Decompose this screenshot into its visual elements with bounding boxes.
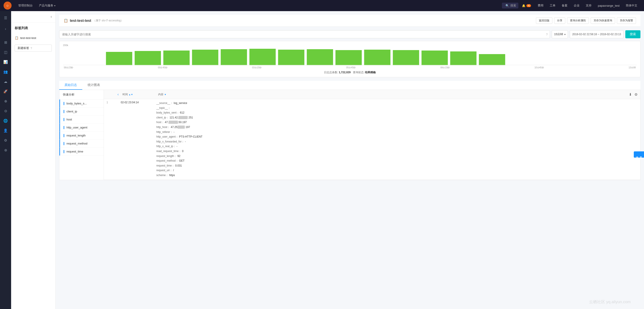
chart-area: 200k 58分23秒	[59, 41, 640, 77]
qa-item-0[interactable]: body_bytes_s...	[59, 100, 104, 108]
log-field-5: http_host： 47.25███ 197	[156, 125, 638, 130]
svg-rect-12	[450, 52, 476, 65]
layers-icon[interactable]: ⊕	[1, 97, 10, 106]
chart-icon[interactable]: 📊	[1, 58, 10, 66]
help-circle-icon: ?	[30, 47, 32, 50]
chart-x-labels: 58分23秒 00分45秒 03分15秒 05分45秒 08分15秒 10分45…	[63, 66, 637, 69]
search-button[interactable]: 搜索	[625, 30, 640, 38]
log-field-4: host： 47.████.50.197	[156, 120, 638, 125]
chevron-down-icon: ▾	[564, 33, 566, 36]
svg-rect-0	[106, 52, 132, 65]
datetime-range[interactable]: 2018-02-02 22:58:16 ~ 2018-02-02 23:13	[570, 30, 624, 38]
log-field-15: scheme： https	[156, 173, 638, 178]
nav-filing[interactable]: 备案	[558, 0, 570, 11]
log-field-10: read_request_time： 0	[156, 149, 638, 154]
nav-language[interactable]: 简体中文	[623, 0, 640, 11]
page-title: test-test-test	[70, 19, 91, 23]
table-actions: ⬇ ⚙	[629, 92, 638, 97]
left-icon-sidebar: ☰ ‹ ⊞ ◫ 📊 👥 ☁ 🚀 ⊕ ⊝ 🌐 👤 ⚙ ⊛	[0, 11, 11, 309]
back-to-old-btn[interactable]: 返回旧版	[536, 17, 552, 24]
tab-stat-chart[interactable]: 统计图表	[82, 81, 106, 90]
feedback-button[interactable]: 意见建议	[634, 151, 644, 158]
svg-rect-13	[479, 54, 505, 65]
save-alert-btn[interactable]: 另存为报警	[617, 17, 636, 24]
col-content-header: 内容 ▼	[158, 93, 629, 96]
users-icon[interactable]: 👥	[1, 67, 10, 76]
nav-workorder[interactable]: 工单	[546, 0, 558, 11]
search-input-wrap: ?	[59, 30, 550, 38]
page-header: 📋 test-test-test （属于 sls-l7-accesslog） 返…	[59, 15, 640, 27]
nav-enterprise[interactable]: 企业	[570, 0, 582, 11]
qa-item-1[interactable]: client_ip	[59, 108, 104, 116]
svg-rect-8	[336, 50, 362, 65]
quick-analysis-title: 快速分析	[59, 90, 104, 100]
download-icon[interactable]: ⬇	[629, 92, 632, 97]
qa-item-3[interactable]: http_user_agent	[59, 124, 104, 132]
sidebar-back-button[interactable]: ‹	[51, 15, 52, 19]
log-field-12: request_method： GET	[156, 159, 638, 163]
col-time-header: 时间 ▲▼	[122, 93, 158, 96]
home-icon[interactable]: ⊞	[1, 38, 10, 47]
log-row-time: 02-02 23:04:14	[121, 101, 156, 104]
share-btn[interactable]: 分享	[554, 17, 565, 24]
nav-products-services[interactable]: 产品与服务 ▾	[36, 0, 58, 11]
log-field-13: request_time： 0.031	[156, 163, 638, 168]
sidebar-tag-item[interactable]: 📋 test-test-test	[11, 34, 55, 42]
nav-management-console[interactable]: 管理控制台	[15, 0, 36, 11]
cloud-icon[interactable]: ☁	[1, 77, 10, 86]
svg-rect-3	[192, 50, 218, 65]
bell-icon: 🔔	[522, 4, 526, 7]
svg-rect-6	[278, 50, 304, 65]
search-bar-row: ? 15分钟 ▾ 2018-02-02 22:58:16 ~ 2018-02-0…	[59, 30, 640, 38]
top-navigation: ○ 管理控制台 产品与服务 ▾ 🔍 搜索 🔔 40 费用 工单 备案 企业 支持…	[0, 0, 644, 11]
main-content: 📋 test-test-test （属于 sls-l7-accesslog） 返…	[56, 11, 644, 309]
svg-rect-1	[135, 51, 161, 65]
qa-item-6[interactable]: request_time	[59, 148, 104, 156]
group-icon[interactable]: ⊛	[1, 146, 10, 155]
settings-icon[interactable]: ⚙	[1, 136, 10, 145]
log-field-9: http_x_real_ip： -	[156, 144, 638, 149]
brand-logo[interactable]: ○	[4, 2, 12, 10]
bar-indicator	[64, 126, 64, 129]
person-icon[interactable]: 👤	[1, 126, 10, 135]
sort-icon[interactable]: ▲▼	[128, 93, 133, 96]
nav-username[interactable]: papaorange_test	[595, 0, 623, 11]
collapse-icon[interactable]: ‹	[1, 25, 10, 33]
nav-fee[interactable]: 费用	[534, 0, 546, 11]
log-row-content: __source__： log_service __topic__： body_…	[156, 101, 638, 178]
svg-rect-4	[221, 49, 247, 65]
notification-count: 40	[526, 4, 531, 7]
settings-icon[interactable]: ⚙	[634, 92, 638, 97]
tag-list-title: 标签列表	[11, 23, 55, 34]
bar-indicator	[64, 142, 64, 145]
database-icon[interactable]: ⊝	[1, 106, 10, 115]
bar-indicator	[64, 150, 64, 153]
prev-page-btn[interactable]: ‹	[116, 92, 121, 97]
query-attr-btn[interactable]: 查询分析属性	[567, 17, 589, 24]
nav-support[interactable]: 支持	[582, 0, 595, 11]
monitor-icon[interactable]: ◫	[1, 48, 10, 57]
time-select[interactable]: 15分钟 ▾	[552, 30, 568, 38]
rocket-icon[interactable]: 🚀	[1, 87, 10, 96]
svg-rect-2	[164, 51, 190, 65]
hamburger-menu-icon[interactable]: ☰	[1, 13, 10, 22]
top-search-box[interactable]: 🔍 搜索	[502, 3, 518, 9]
save-query-btn[interactable]: 另存为快速查询	[591, 17, 615, 24]
globe-icon[interactable]: 🌐	[1, 116, 10, 125]
quick-analysis-panel: 快速分析 body_bytes_s... client_ip host http…	[59, 90, 104, 180]
log-field-3: client_ip： 121.42.████ 251	[156, 115, 638, 120]
new-tag-button[interactable]: 新建标签 ?	[15, 45, 52, 52]
tab-original-log[interactable]: 原始日志	[59, 81, 82, 90]
notification-bell[interactable]: 🔔 40	[522, 4, 531, 7]
qa-item-2[interactable]: host	[59, 116, 104, 124]
search-input[interactable]	[59, 30, 550, 38]
help-icon[interactable]: ?	[546, 33, 548, 36]
page-header-actions: 返回旧版 分享 查询分析属性 另存为快速查询 另存为报警	[536, 17, 636, 24]
second-sidebar: ‹ 标签列表 📋 test-test-test 新建标签 ?	[11, 11, 56, 309]
chart-y-max: 200k	[63, 44, 637, 47]
page-subtitle: （属于 sls-l7-accesslog）	[93, 19, 124, 23]
qa-item-4[interactable]: request_length	[59, 132, 104, 140]
content-sort-icon[interactable]: ▼	[164, 93, 166, 96]
bar-indicator	[64, 110, 64, 113]
qa-item-5[interactable]: request_method	[59, 140, 104, 148]
